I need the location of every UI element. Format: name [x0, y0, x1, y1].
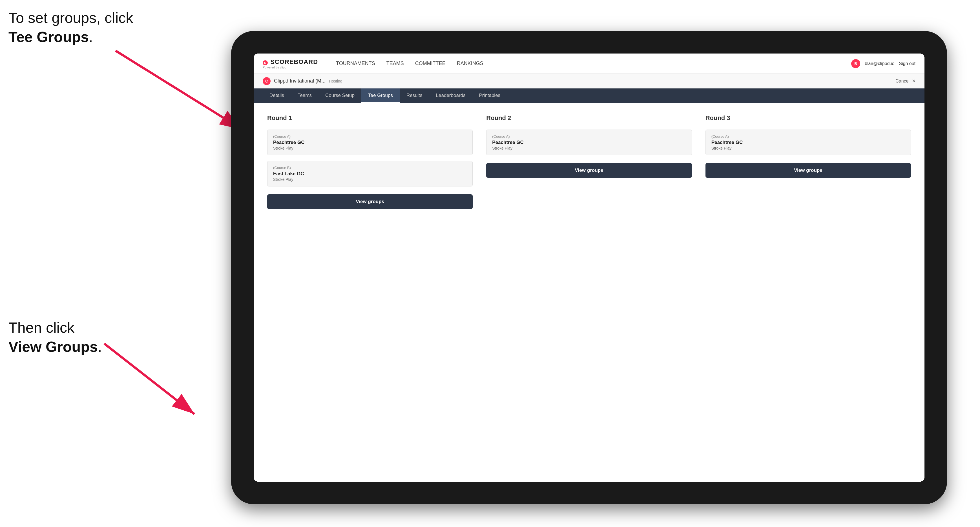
round-1-course-a-format: Stroke Play — [273, 146, 467, 151]
round-2-course-a-label: (Course A) — [492, 134, 686, 138]
rounds-grid: Round 1 (Course A) Peachtree GC Stroke P… — [267, 114, 911, 209]
svg-line-1 — [116, 51, 242, 130]
logo-icon: S — [262, 60, 268, 65]
tab-bar: Details Teams Course Setup Tee Groups Re… — [254, 89, 924, 103]
tab-course-setup[interactable]: Course Setup — [318, 89, 361, 103]
instruction-bottom-line1: Then click — [8, 318, 102, 337]
main-content: Round 1 (Course A) Peachtree GC Stroke P… — [254, 103, 924, 482]
round-3-course-a-name: Peachtree GC — [711, 140, 905, 145]
logo-sub: Powered by clipd — [262, 66, 318, 69]
cancel-button[interactable]: Cancel ✕ — [896, 78, 915, 84]
tab-results[interactable]: Results — [400, 89, 429, 103]
tab-tee-groups[interactable]: Tee Groups — [361, 89, 400, 103]
tournament-name-area: C Clippd Invitational (M... Hosting — [262, 77, 342, 85]
round-2-course-a-name: Peachtree GC — [492, 140, 686, 145]
tournament-bar: C Clippd Invitational (M... Hosting Canc… — [254, 74, 924, 89]
round-2-course-a-format: Stroke Play — [492, 146, 686, 151]
instruction-bottom: Then click View Groups. — [8, 318, 102, 356]
round-3-column: Round 3 (Course A) Peachtree GC Stroke P… — [705, 114, 911, 209]
user-avatar: B — [851, 59, 860, 68]
round-1-course-a-card: (Course A) Peachtree GC Stroke Play — [267, 130, 473, 155]
round-1-column: Round 1 (Course A) Peachtree GC Stroke P… — [267, 114, 473, 209]
round-2-column: Round 2 (Course A) Peachtree GC Stroke P… — [486, 114, 692, 209]
nav-links: TOURNAMENTS TEAMS COMMITTEE RANKINGS — [336, 60, 838, 67]
round-1-course-a-label: (Course A) — [273, 134, 467, 138]
logo-area: S SCOREBOARD Powered by clipd — [262, 58, 318, 69]
instruction-top-line1: To set groups, click — [8, 8, 133, 28]
round-3-title: Round 3 — [705, 114, 911, 122]
round-1-view-groups-button[interactable]: View groups — [267, 194, 473, 209]
nav-rankings[interactable]: RANKINGS — [457, 60, 484, 67]
tournament-icon: C — [262, 77, 270, 85]
round-1-course-b-format: Stroke Play — [273, 177, 467, 182]
nav-teams[interactable]: TEAMS — [387, 60, 404, 67]
nav-tournaments[interactable]: TOURNAMENTS — [336, 60, 375, 67]
tab-leaderboards[interactable]: Leaderboards — [429, 89, 473, 103]
round-2-course-a-card: (Course A) Peachtree GC Stroke Play — [486, 130, 692, 155]
svg-line-3 — [104, 344, 194, 414]
tablet-screen: S SCOREBOARD Powered by clipd TOURNAMENT… — [254, 54, 924, 482]
round-3-view-groups-button[interactable]: View groups — [705, 163, 911, 178]
round-2-view-groups-button[interactable]: View groups — [486, 163, 692, 178]
round-3-course-a-label: (Course A) — [711, 134, 905, 138]
round-1-course-a-name: Peachtree GC — [273, 140, 467, 145]
round-2-title: Round 2 — [486, 114, 692, 122]
nav-committee[interactable]: COMMITTEE — [415, 60, 445, 67]
round-3-course-a-format: Stroke Play — [711, 146, 905, 151]
hosting-badge: Hosting — [329, 79, 342, 83]
tournament-title: Clippd Invitational (M... — [274, 78, 326, 84]
round-1-title: Round 1 — [267, 114, 473, 122]
round-3-course-a-card: (Course A) Peachtree GC Stroke Play — [705, 130, 911, 155]
sign-out-link[interactable]: Sign out — [899, 61, 915, 66]
tab-printables[interactable]: Printables — [473, 89, 508, 103]
instruction-top: To set groups, click Tee Groups. — [8, 8, 133, 46]
instruction-bottom-line2: View Groups. — [8, 337, 102, 357]
logo-text: S SCOREBOARD — [262, 58, 318, 66]
tab-details[interactable]: Details — [262, 89, 291, 103]
nav-right: B blair@clippd.io Sign out — [851, 59, 915, 68]
instruction-top-line2: Tee Groups. — [8, 28, 133, 47]
round-1-course-b-card: (Course B) East Lake GC Stroke Play — [267, 161, 473, 186]
cancel-icon: ✕ — [912, 78, 915, 84]
round-1-course-b-label: (Course B) — [273, 166, 467, 170]
user-email: blair@clippd.io — [865, 61, 894, 66]
navbar: S SCOREBOARD Powered by clipd TOURNAMENT… — [254, 54, 924, 74]
tab-teams[interactable]: Teams — [291, 89, 318, 103]
round-1-course-b-name: East Lake GC — [273, 171, 467, 176]
tablet-frame: S SCOREBOARD Powered by clipd TOURNAMENT… — [231, 31, 947, 504]
